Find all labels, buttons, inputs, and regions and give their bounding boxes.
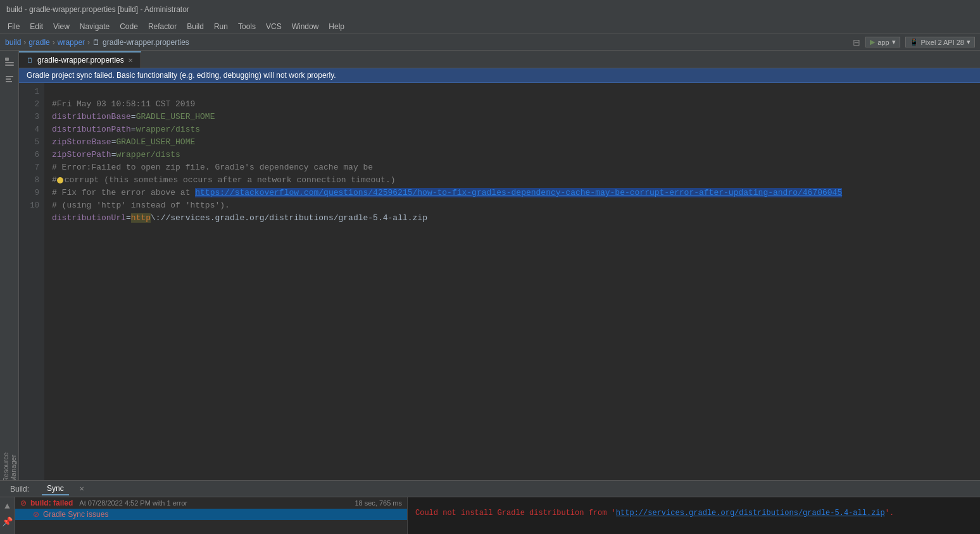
menu-help[interactable]: Help [324,21,349,32]
menu-tools[interactable]: Tools [233,21,261,32]
svg-rect-0 [5,58,9,61]
svg-rect-1 [5,62,14,63]
output-text-suffix: '. [885,509,894,518]
main-body: Resource Manager 🗒 gradle-wrapper.proper… [0,51,980,480]
output-link[interactable]: http://services.gradle.org/distributions… [616,509,885,518]
device-icon: 📱 [910,38,919,46]
device-label: Pixel 2 API 28 [921,39,965,46]
menu-run[interactable]: Run [209,21,233,32]
build-tree: ⊘ build: failed At 07/28/2022 4:52 PM wi… [15,497,408,534]
gradle-sync-label: Gradle Sync issues [43,510,108,519]
editor-area: 🗒 gradle-wrapper.properties ✕ Gradle pro… [19,51,980,480]
sync-banner-text: Gradle project sync failed. Basic functi… [27,71,336,80]
tab-label: gradle-wrapper.properties [37,56,124,65]
sidebar-structure-icon[interactable] [2,72,17,87]
sidebar-project-icon[interactable] [2,54,17,70]
breadcrumb-wrapper[interactable]: wrapper [58,38,85,47]
menu-file[interactable]: File [3,21,25,32]
output-text-prefix: Could not install Gradle distribution fr… [415,509,616,518]
breadcrumb-build[interactable]: build [5,38,21,47]
svg-rect-3 [6,76,13,77]
tab-bar: 🗒 gradle-wrapper.properties ✕ [19,51,980,68]
bottom-pin-icon[interactable]: 📌 [0,516,15,527]
error-icon: ⊘ [20,499,27,507]
device-selector[interactable]: 📱 Pixel 2 API 28 ▾ [905,37,976,47]
line-numbers: 1 2 3 4 5 6 7 8 9 10 [19,83,44,480]
app-selector[interactable]: ▶ app ▾ [865,37,900,47]
bottom-tab-sync-close[interactable]: ✕ [79,485,84,492]
code-content[interactable]: #Fri May 03 10:58:11 CST 2019 distributi… [44,83,980,480]
bottom-tab-build[interactable]: Build: [5,483,34,495]
menu-view[interactable]: View [48,21,75,32]
menu-code[interactable]: Code [115,21,143,32]
bottom-expand-icon[interactable]: ▲ [0,501,15,511]
file-icon: 🗒 [92,38,100,47]
code-line-9: # (using 'http' instead of 'https'). [52,201,230,210]
run-icon: ▶ [870,38,875,46]
bottom-panel: Build: Sync ✕ ▲ 📌 ⚙ ⊘ build: failed At 0… [0,480,980,534]
breadcrumb-right: ⊟ ▶ app ▾ 📱 Pixel 2 API 28 ▾ [853,37,975,47]
breadcrumb-bar: build › gradle › wrapper › 🗒 gradle-wrap… [0,34,980,51]
build-output: Could not install Gradle distribution fr… [408,497,980,534]
svg-rect-2 [5,65,14,66]
chevron-down-icon: ▾ [892,38,896,46]
breadcrumb-gradle[interactable]: gradle [28,38,49,47]
title-text: build - gradle-wrapper.properties [build… [6,5,189,14]
code-line-1: #Fri May 03 10:58:11 CST 2019 [52,99,195,109]
menu-build[interactable]: Build [182,21,209,32]
tab-file-icon: 🗒 [27,56,34,64]
resource-manager-label: Resource Manager [2,452,17,480]
svg-rect-5 [6,81,12,82]
code-line-7: #corrupt (this sometimes occurs after a … [52,175,396,185]
code-line-4: zipStoreBase=GRADLE_USER_HOME [52,137,195,147]
title-bar: build - gradle-wrapper.properties [build… [0,0,980,19]
code-line-2: distributionBase=GRADLE_USER_HOME [52,112,215,121]
menu-vcs[interactable]: VCS [261,21,287,32]
stackoverflow-link[interactable]: https://stackoverflow.com/questions/4259… [195,188,842,197]
code-line-8: # Fix for the error above at https://sta… [52,188,842,197]
code-line-3: distributionPath=wrapper/dists [52,125,200,134]
sync-banner: Gradle project sync failed. Basic functi… [19,68,980,83]
build-failed-label: build: failed [30,499,73,507]
menu-navigate[interactable]: Navigate [75,21,115,32]
menu-window[interactable]: Window [287,21,324,32]
gradle-error-icon: ⊘ [33,510,39,519]
build-failed-row[interactable]: ⊘ build: failed At 07/28/2022 4:52 PM wi… [15,497,407,509]
window-controls-icon: ⊟ [853,37,860,47]
code-line-10: distributionUrl=http\://services.gradle.… [52,213,427,223]
bottom-panel-tabs: Build: Sync ✕ [0,481,980,497]
bottom-icons: ▲ 📌 ⚙ [0,497,15,534]
code-editor[interactable]: 1 2 3 4 5 6 7 8 9 10 #Fri May 03 10:58:1… [19,83,980,480]
device-chevron-icon: ▾ [967,38,971,46]
menu-refactor[interactable]: Refactor [143,21,182,32]
build-failed-time: At 07/28/2022 4:52 PM with 1 error [79,499,187,507]
file-tab[interactable]: 🗒 gradle-wrapper.properties ✕ [19,51,141,68]
code-line-5: zipStorePath=wrapper/dists [52,150,180,159]
bottom-content: ▲ 📌 ⚙ ⊘ build: failed At 07/28/2022 4:52… [0,497,980,534]
code-line-6: # Error:Failed to open zip file. Gradle'… [52,163,373,172]
svg-rect-4 [6,78,11,80]
build-duration: 18 sec, 765 ms [355,499,402,507]
tab-close-button[interactable]: ✕ [128,57,133,64]
menu-bar: File Edit View Navigate Code Refactor Bu… [0,19,980,34]
gradle-sync-issues-row[interactable]: ⊘ Gradle Sync issues [15,509,407,520]
breadcrumb-file: gradle-wrapper.properties [103,38,189,47]
sidebar-resource-manager-icon[interactable]: Resource Manager [2,460,17,475]
bottom-tab-sync[interactable]: Sync [42,483,69,495]
app-label: app [877,39,889,46]
left-sidebar: Resource Manager [0,51,19,480]
menu-edit[interactable]: Edit [25,21,48,32]
